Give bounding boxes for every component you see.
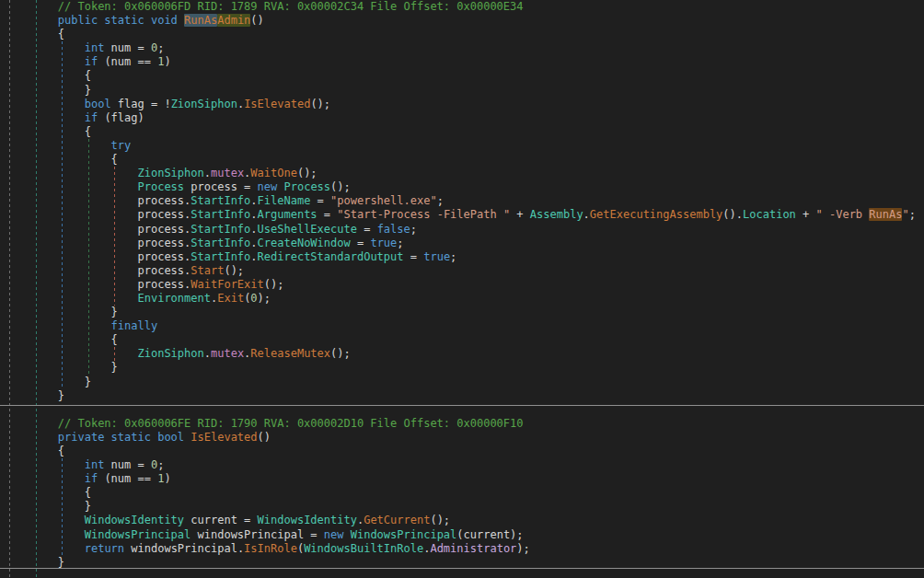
code-line: {	[0, 125, 924, 139]
code-line: WindowsIdentity current = WindowsIdentit…	[0, 514, 924, 527]
token: true	[370, 237, 397, 249]
token: StartInfo	[191, 194, 250, 207]
token: try	[111, 139, 132, 152]
token	[5, 528, 85, 541]
code-line: }	[0, 306, 924, 319]
token: new	[324, 528, 344, 541]
code-line: try	[0, 139, 924, 153]
token: {	[5, 28, 64, 40]
token: {	[5, 333, 118, 346]
code-line: }	[0, 361, 924, 375]
token: =	[310, 194, 330, 207]
token: ;	[450, 250, 456, 263]
code-line: }	[0, 84, 924, 98]
token: IsElevated	[244, 98, 310, 110]
token: ;	[157, 41, 164, 54]
token	[5, 472, 85, 485]
token: ().	[722, 208, 743, 221]
code-line: process.StartInfo.CreateNoWindow = true;	[0, 237, 924, 250]
token: flag = !	[111, 98, 171, 110]
token	[5, 139, 111, 152]
token: "Start-Process -FilePath "	[337, 208, 510, 221]
token: if	[85, 472, 98, 485]
token: }	[5, 376, 91, 388]
token	[5, 55, 85, 68]
token: {	[5, 153, 118, 166]
token: WindowsPrincipal	[351, 528, 457, 541]
highlighted-token: Admin	[217, 14, 250, 27]
code-line: private static bool IsElevated()	[0, 431, 924, 445]
token: IsElevated	[191, 431, 257, 444]
token	[5, 98, 85, 110]
token: Administrator	[430, 542, 516, 555]
token: Assembly	[530, 208, 583, 221]
token: 0	[250, 292, 257, 305]
token: ;	[437, 194, 444, 207]
token: WaitForExit	[191, 278, 263, 291]
code-line: public static void RunAsAdmin()	[0, 14, 924, 28]
token: (num ==	[98, 472, 157, 485]
token: process.	[5, 237, 191, 249]
token: current =	[184, 514, 257, 526]
token: WaitOne	[250, 167, 297, 179]
token: Process	[138, 180, 185, 193]
token	[5, 180, 138, 193]
token: StartInfo	[191, 208, 250, 221]
code-line: bool flag = !ZionSiphon.IsElevated();	[0, 98, 924, 111]
token	[5, 347, 138, 360]
token: }	[5, 556, 64, 569]
code-line: if (num == 1)	[0, 472, 924, 486]
token: }	[5, 84, 91, 97]
token: ();	[330, 347, 351, 360]
code-line: {	[0, 69, 924, 83]
code-line: process.WaitForExit();	[0, 278, 924, 292]
token: (num ==	[98, 55, 157, 68]
token: return	[85, 542, 124, 555]
code-line: Process process = new Process();	[0, 180, 924, 194]
code-line: {	[0, 333, 924, 347]
code-line: WindowsPrincipal windowsPrincipal = new …	[0, 528, 924, 542]
token: {	[5, 486, 91, 499]
token: ();	[264, 278, 284, 291]
token: num =	[104, 41, 151, 54]
token: "powershell.exe"	[330, 194, 437, 207]
token: .	[250, 237, 257, 249]
token: {	[5, 69, 91, 82]
code-editor[interactable]: // Token: 0x060006FD RID: 1789 RVA: 0x00…	[0, 0, 924, 578]
token: UseShellExecute	[258, 223, 357, 236]
token: }	[5, 500, 91, 513]
token: false	[377, 223, 410, 236]
token	[5, 292, 138, 305]
token: mutex	[211, 347, 244, 360]
token: .	[250, 250, 257, 263]
token	[5, 514, 85, 526]
token: // Token: 0x060006FE RID: 1790 RVA: 0x00…	[5, 417, 524, 430]
token	[343, 528, 350, 541]
token: Process	[283, 180, 330, 193]
code-line: process.StartInfo.RedirectStandardOutput…	[0, 250, 924, 264]
token: StartInfo	[191, 223, 250, 236]
token: windowsPrincipal =	[191, 528, 324, 541]
code-line: // Token: 0x060006FD RID: 1789 RVA: 0x00…	[0, 0, 924, 14]
token: =	[351, 237, 371, 249]
token: "	[902, 208, 908, 221]
token: ()	[250, 14, 263, 27]
token	[5, 41, 85, 54]
code-line: finally	[0, 319, 924, 333]
method-separator-2	[0, 568, 924, 569]
token: RedirectStandardOutput	[258, 250, 404, 263]
token: IsInRole	[244, 542, 297, 555]
token	[5, 431, 58, 444]
token: .	[583, 208, 590, 221]
token: process.	[5, 278, 191, 291]
token: public static void	[58, 14, 184, 27]
code-line: {	[0, 445, 924, 458]
token: =	[404, 250, 424, 263]
token: }	[5, 306, 118, 318]
token: +	[510, 208, 530, 221]
code-line: int num = 0;	[0, 458, 924, 472]
token: ;	[397, 237, 403, 249]
token: Exit	[217, 292, 244, 305]
token: {	[5, 125, 91, 138]
code-line: process.StartInfo.UseShellExecute = fals…	[0, 223, 924, 237]
